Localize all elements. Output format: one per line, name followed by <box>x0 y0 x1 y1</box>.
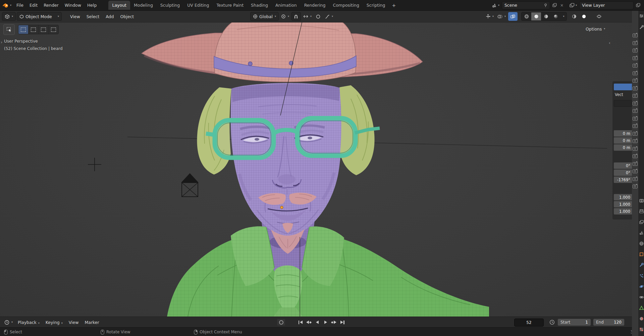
properties-tab-output-icon[interactable] <box>639 209 644 213</box>
select-mode-subtract[interactable] <box>39 25 49 34</box>
camera-visibility-toggle-icon[interactable] <box>633 162 638 166</box>
previous-keyframe-button[interactable] <box>305 319 313 326</box>
snap-with-dropdown[interactable]: ▾ <box>302 12 313 20</box>
menu-add[interactable]: Add <box>103 13 116 20</box>
shading-solid-button[interactable] <box>531 12 541 20</box>
snap-toggle[interactable] <box>291 12 301 21</box>
view-layer-browse-button[interactable]: ▾ <box>569 2 578 8</box>
menu-help[interactable]: Help <box>84 1 100 9</box>
camera-visibility-toggle-icon[interactable] <box>633 102 638 105</box>
blender-menu-button[interactable]: ▾ <box>3 3 11 8</box>
properties-tab-world-icon[interactable] <box>639 241 644 246</box>
menu-marker[interactable]: Marker <box>82 319 102 326</box>
scene-name-field[interactable]: Scene <box>502 1 550 9</box>
camera-visibility-toggle-icon[interactable] <box>633 41 638 45</box>
properties-tab-object-icon[interactable] <box>639 252 644 256</box>
rotation-value-field[interactable]: -1769° <box>614 177 632 183</box>
workspace-tab[interactable]: Sculpting <box>157 1 183 10</box>
select-mode-new[interactable] <box>18 25 29 34</box>
workspace-tab[interactable]: Layout <box>108 1 130 10</box>
workspace-tab[interactable]: UV Editing <box>183 1 213 10</box>
properties-tab-modifiers-icon[interactable] <box>639 262 644 267</box>
rotation-value-field[interactable]: 0° <box>614 170 632 176</box>
viewport-shading-extra-toggle[interactable] <box>570 12 579 20</box>
properties-tab-texture-icon[interactable] <box>639 327 644 332</box>
3d-viewport[interactable]: ▾ Object Mode ▾ View Select Add Object G… <box>0 11 632 317</box>
select-mode-extend[interactable] <box>29 25 39 34</box>
camera-visibility-toggle-icon[interactable] <box>633 117 638 121</box>
camera-visibility-toggle-icon[interactable] <box>633 71 638 75</box>
properties-tab-tool-icon[interactable] <box>639 25 644 30</box>
location-value-field[interactable]: 0 m <box>614 144 632 151</box>
next-keyframe-button[interactable] <box>330 319 338 326</box>
play-button[interactable] <box>322 319 329 326</box>
xray-toggle[interactable] <box>508 12 518 21</box>
camera-visibility-toggle-icon[interactable] <box>633 139 638 143</box>
properties-tab-physics-icon[interactable] <box>639 284 644 289</box>
location-value-field[interactable]: 0 m <box>614 137 632 144</box>
properties-tab-view-layer-icon[interactable] <box>639 220 644 224</box>
menu-playback[interactable]: Playback ▾ <box>15 319 42 326</box>
timeline-editor-type-button[interactable]: ▾ <box>3 318 14 326</box>
camera-visibility-toggle-icon[interactable] <box>633 154 638 158</box>
camera-visibility-toggle-icon[interactable] <box>633 87 638 90</box>
shading-wireframe-button[interactable] <box>522 12 531 20</box>
add-workspace-button[interactable]: + <box>389 1 399 9</box>
pin-icon[interactable] <box>544 3 547 7</box>
camera-visibility-toggle-icon[interactable] <box>633 185 638 188</box>
play-reverse-button[interactable] <box>313 319 321 326</box>
menu-select[interactable]: Select <box>84 13 102 20</box>
new-scene-button[interactable] <box>551 2 558 8</box>
transform-orientation-dropdown[interactable]: Global ▾ <box>250 12 279 21</box>
camera-visibility-toggle-icon[interactable] <box>633 49 638 52</box>
new-view-layer-button[interactable] <box>635 2 641 8</box>
properties-tab-material-icon[interactable] <box>639 316 644 321</box>
workspace-tab[interactable]: Shading <box>247 1 272 10</box>
menu-view[interactable]: View <box>67 13 83 20</box>
camera-visibility-toggle-icon[interactable] <box>633 132 638 136</box>
camera-visibility-toggle-icon[interactable] <box>633 124 638 128</box>
viewport-canvas[interactable] <box>0 22 632 317</box>
jump-to-start-button[interactable] <box>297 319 304 326</box>
camera-visibility-toggle-icon[interactable] <box>633 147 638 151</box>
sidebar-collapse-arrow[interactable]: ‹ <box>609 40 610 45</box>
menu-timeline-view[interactable]: View <box>66 319 82 326</box>
toolbar-expand-arrow[interactable]: › <box>1 40 2 45</box>
unlink-scene-button[interactable]: × <box>559 3 565 8</box>
menu-window[interactable]: Window <box>62 1 84 9</box>
overlays-dropdown[interactable]: ▾ <box>496 12 507 20</box>
highlighted-field[interactable] <box>614 84 632 90</box>
auto-keying-toggle[interactable] <box>277 319 285 326</box>
menu-object[interactable]: Object <box>117 13 137 20</box>
properties-tab-particles-icon[interactable] <box>639 273 644 278</box>
character-hat[interactable] <box>142 22 423 82</box>
view-layer-name-field[interactable]: View Layer <box>579 1 634 9</box>
current-frame-field[interactable]: 52 <box>514 319 544 327</box>
editor-type-button[interactable]: ▾ <box>2 12 16 21</box>
workspace-tab[interactable]: Scripting <box>363 1 389 10</box>
properties-editor-type-icon[interactable] <box>639 13 644 18</box>
menu-render[interactable]: Render <box>41 1 62 9</box>
camera-visibility-toggle-icon[interactable] <box>633 34 638 37</box>
scene-browse-button[interactable]: ▾ <box>491 2 500 8</box>
empty-object[interactable] <box>181 173 199 197</box>
workspace-tab[interactable]: Rendering <box>301 1 329 10</box>
frame-start-field[interactable]: Start 1 <box>557 319 591 326</box>
gizmos-dropdown[interactable]: ▾ <box>484 12 495 20</box>
viewport-render-preview-toggle[interactable] <box>580 12 588 20</box>
camera-visibility-toggle-icon[interactable] <box>633 109 638 113</box>
properties-tab-constraints-icon[interactable] <box>639 295 644 299</box>
camera-visibility-toggle-icon[interactable] <box>633 79 638 83</box>
workspace-tab[interactable]: Texture Paint <box>213 1 247 10</box>
select-mode-intersect[interactable] <box>49 25 58 34</box>
camera-visibility-toggle-icon[interactable] <box>633 64 638 67</box>
scale-value-field[interactable]: 1.000 <box>614 208 632 214</box>
camera-visibility-toggle-icon[interactable] <box>633 94 638 98</box>
shading-rendered-button[interactable] <box>551 12 560 20</box>
camera-visibility-toggle-icon[interactable] <box>633 177 638 181</box>
3d-cursor[interactable] <box>88 158 101 171</box>
use-preview-range-icon[interactable] <box>549 320 555 325</box>
camera-visibility-toggle-icon[interactable] <box>633 56 638 60</box>
location-value-field[interactable]: 0 m <box>614 130 632 137</box>
scale-value-field[interactable]: 1.000 <box>614 194 632 200</box>
